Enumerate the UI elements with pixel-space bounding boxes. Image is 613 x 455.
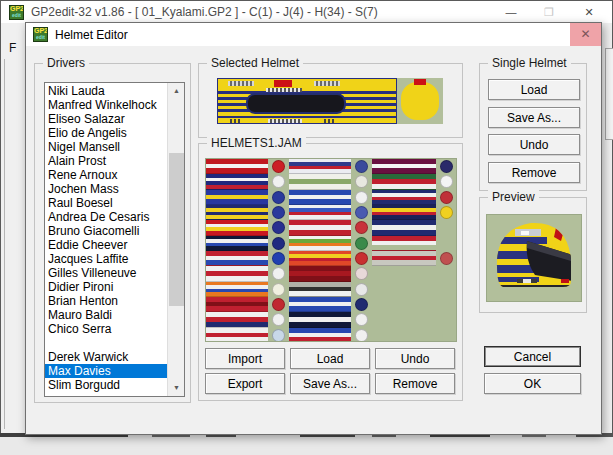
helmet-texture-cell[interactable] — [289, 312, 351, 327]
single-save-as-button[interactable]: Save As... — [488, 107, 580, 128]
maximize-button[interactable]: ❐ — [532, 1, 566, 23]
helmet-texture-cell[interactable] — [206, 328, 268, 342]
helmet-texture-cell[interactable] — [289, 251, 351, 266]
helmet-top-view-cell[interactable] — [351, 174, 372, 189]
driver-list-item[interactable]: Rene Arnoux — [45, 168, 167, 182]
scroll-up-icon[interactable]: ▲ — [168, 83, 185, 99]
helmet-top-view-cell[interactable] — [351, 328, 372, 342]
helmet-top-view-cell[interactable] — [351, 205, 372, 220]
helmet-top-view-cell[interactable] — [436, 190, 457, 205]
helmet-texture-cell[interactable] — [206, 282, 268, 297]
helmet-texture-cell[interactable] — [372, 174, 436, 189]
helmet-top-view-cell[interactable] — [268, 220, 289, 235]
helmet-grid[interactable] — [205, 158, 457, 342]
ok-button[interactable]: OK — [484, 373, 581, 394]
cancel-button[interactable]: Cancel — [484, 346, 581, 367]
helmet-texture-cell[interactable] — [289, 297, 351, 312]
helmet-top-view-cell[interactable] — [436, 159, 457, 174]
helmet-texture-cell[interactable] — [206, 220, 268, 235]
helmet-top-view-cell[interactable] — [268, 251, 289, 266]
helmet-texture-cell[interactable] — [289, 190, 351, 205]
driver-list-item[interactable]: Brian Henton — [45, 294, 167, 308]
helmet-top-view-cell[interactable] — [351, 297, 372, 312]
single-load-button[interactable]: Load — [488, 79, 580, 100]
jam-undo-button[interactable]: Undo — [375, 348, 455, 369]
helmet-top-view-cell[interactable] — [351, 312, 372, 327]
helmet-texture-cell[interactable] — [289, 205, 351, 220]
helmet-top-view-cell[interactable] — [351, 190, 372, 205]
helmet-top-view-cell[interactable] — [351, 236, 372, 251]
driver-list-item[interactable] — [45, 336, 167, 350]
helmet-top-view-cell[interactable] — [351, 220, 372, 235]
driver-list-item[interactable]: Jacques Laffite — [45, 252, 167, 266]
minimize-button[interactable]: — — [494, 1, 528, 23]
driver-list-item[interactable]: Derek Warwick — [45, 350, 167, 364]
helmet-top-view-cell[interactable] — [268, 297, 289, 312]
helmet-texture-cell[interactable] — [206, 266, 268, 281]
dialog-close-icon[interactable]: ✕ — [570, 23, 601, 46]
scrollbar-thumb[interactable] — [169, 153, 184, 306]
helmet-texture-cell[interactable] — [289, 220, 351, 235]
helmet-top-view-cell[interactable] — [268, 174, 289, 189]
helmet-top-view-cell[interactable] — [351, 266, 372, 281]
file-menu-partial[interactable]: F — [9, 41, 16, 55]
export-button[interactable]: Export — [205, 373, 285, 394]
helmet-top-view-cell[interactable] — [351, 282, 372, 297]
driver-list-item[interactable]: Niki Lauda — [45, 84, 167, 98]
helmet-texture-cell[interactable] — [289, 236, 351, 251]
close-icon[interactable]: ✕ — [572, 1, 606, 23]
helmet-texture-cell[interactable] — [372, 205, 436, 220]
import-button[interactable]: Import — [205, 348, 285, 369]
helmet-top-view-cell[interactable] — [268, 282, 289, 297]
helmet-top-view-cell[interactable] — [268, 266, 289, 281]
driver-list-item[interactable]: Bruno Giacomelli — [45, 224, 167, 238]
helmet-top-view-cell[interactable] — [268, 205, 289, 220]
driver-list-item[interactable]: Gilles Villeneuve — [45, 266, 167, 280]
helmet-texture-cell[interactable] — [206, 159, 268, 174]
helmet-top-view-cell[interactable] — [436, 205, 457, 220]
helmet-texture-cell[interactable] — [289, 174, 351, 189]
helmet-texture-cell[interactable] — [206, 312, 268, 327]
scroll-down-icon[interactable]: ▼ — [168, 380, 185, 396]
driver-list-item[interactable]: Alain Prost — [45, 154, 167, 168]
single-undo-button[interactable]: Undo — [488, 134, 580, 155]
helmet-texture-cell[interactable] — [289, 282, 351, 297]
single-remove-button[interactable]: Remove — [488, 162, 580, 183]
helmet-top-view-cell[interactable] — [268, 328, 289, 342]
helmet-texture-cell[interactable] — [206, 297, 268, 312]
driver-list-item[interactable]: Eddie Cheever — [45, 238, 167, 252]
driver-list-item[interactable]: Max Davies — [45, 364, 167, 378]
helmet-texture-cell[interactable] — [372, 251, 436, 266]
helmet-texture-cell[interactable] — [289, 266, 351, 281]
driver-list-item[interactable]: Slim Borgudd — [45, 378, 167, 392]
driver-list-item[interactable]: Chico Serra — [45, 322, 167, 336]
helmet-texture-cell[interactable] — [372, 236, 436, 251]
helmet-texture-cell[interactable] — [206, 236, 268, 251]
helmet-texture-cell[interactable] — [289, 159, 351, 174]
helmet-texture-cell[interactable] — [206, 190, 268, 205]
jam-save-as-button[interactable]: Save As... — [290, 373, 370, 394]
helmet-top-view-cell[interactable] — [268, 312, 289, 327]
drivers-listbox[interactable]: Niki LaudaManfred WinkelhockEliseo Salaz… — [44, 82, 185, 397]
helmet-texture-cell[interactable] — [289, 328, 351, 342]
jam-load-button[interactable]: Load — [290, 348, 370, 369]
helmet-top-view-cell[interactable] — [436, 251, 457, 266]
driver-list-item[interactable]: Jochen Mass — [45, 182, 167, 196]
helmet-top-view-cell[interactable] — [351, 251, 372, 266]
helmet-top-view-cell[interactable] — [268, 190, 289, 205]
helmet-top-view-cell[interactable] — [436, 174, 457, 189]
helmet-texture-cell[interactable] — [206, 251, 268, 266]
helmet-top-view-cell[interactable] — [268, 159, 289, 174]
driver-list-item[interactable]: Didier Pironi — [45, 280, 167, 294]
driver-list-item[interactable]: Eliseo Salazar — [45, 112, 167, 126]
driver-list-item[interactable]: Andrea De Cesaris — [45, 210, 167, 224]
helmet-texture-cell[interactable] — [372, 190, 436, 205]
driver-list-item[interactable]: Mauro Baldi — [45, 308, 167, 322]
driver-list-item[interactable]: Nigel Mansell — [45, 140, 167, 154]
helmet-texture-cell[interactable] — [206, 174, 268, 189]
helmet-texture-cell[interactable] — [372, 159, 436, 174]
drivers-scrollbar[interactable]: ▲ ▼ — [167, 83, 184, 396]
helmet-top-view-cell[interactable] — [268, 236, 289, 251]
driver-list-item[interactable]: Elio de Angelis — [45, 126, 167, 140]
helmet-top-view-cell[interactable] — [351, 159, 372, 174]
